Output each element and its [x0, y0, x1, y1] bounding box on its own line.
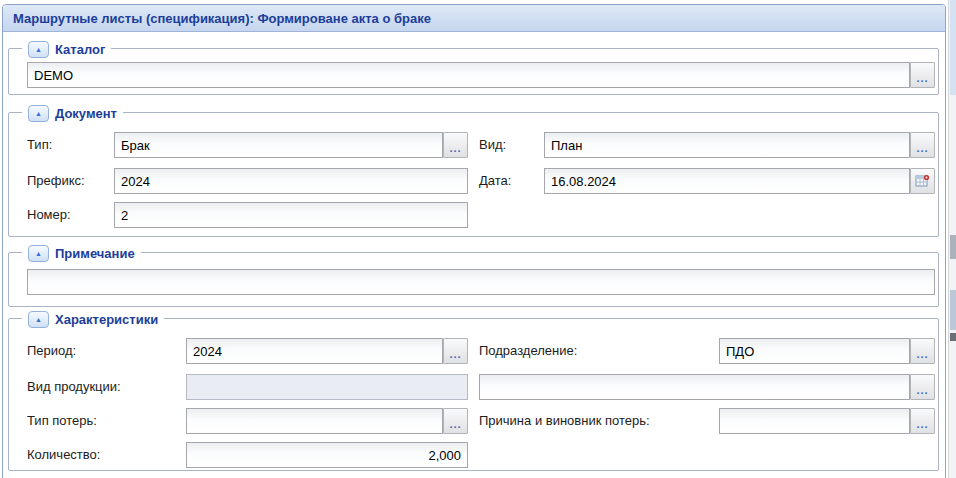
group-note: ▲ Примечание: [8, 252, 939, 307]
catalog-input[interactable]: [27, 62, 910, 88]
type-editor: ...: [114, 132, 468, 158]
window-title: Маршрутные листы (спецификация): Формиро…: [3, 5, 945, 32]
group-catalog-legend: ▲ Каталог: [22, 39, 111, 59]
calendar-icon: [915, 174, 930, 188]
right-scrollbar-strip[interactable]: [948, 0, 956, 478]
catalog-row: ...: [27, 62, 935, 88]
ellipsis-icon: ...: [916, 137, 928, 154]
group-characteristics-legend: ▲ Характеристики: [22, 309, 164, 329]
number-editor: [114, 202, 468, 228]
document-row-2: Префикс: Дата:: [27, 168, 935, 194]
period-label: Период:: [27, 338, 186, 364]
product-name-lookup-button[interactable]: ...: [910, 374, 935, 400]
group-catalog-title: Каталог: [55, 42, 105, 57]
collapse-icon[interactable]: ▲: [28, 245, 49, 262]
prefix-input[interactable]: [114, 168, 468, 194]
group-characteristics-title: Характеристики: [55, 312, 158, 327]
collapse-icon[interactable]: ▲: [28, 311, 49, 328]
loss-reason-lookup-button[interactable]: ...: [910, 408, 935, 434]
quantity-input[interactable]: [186, 442, 468, 468]
date-label: Дата:: [479, 168, 544, 194]
loss-type-editor: ...: [186, 408, 468, 434]
group-note-legend: ▲ Примечание: [22, 243, 141, 263]
ellipsis-icon: ...: [449, 413, 461, 430]
date-input[interactable]: [544, 168, 910, 194]
scrollbar-segment: [950, 290, 956, 330]
group-note-title: Примечание: [55, 246, 135, 261]
product-name-editor: ...: [479, 374, 935, 400]
prefix-editor: [114, 168, 468, 194]
document-row-1: Тип: ... Вид: ...: [27, 132, 935, 158]
scrollbar-thumb[interactable]: [950, 235, 956, 259]
group-document: ▲ Документ Тип: ... Вид: ... Префикс:: [8, 112, 939, 237]
scrollbar-marker: [950, 333, 956, 341]
ellipsis-icon: ...: [916, 413, 928, 430]
document-row-3: Номер:: [27, 202, 935, 228]
group-characteristics: ▲ Характеристики Период: ... Подразделен…: [8, 318, 939, 471]
date-editor: [544, 168, 935, 194]
collapse-icon[interactable]: ▲: [28, 105, 49, 122]
period-lookup-button[interactable]: ...: [443, 338, 468, 364]
kind-input[interactable]: [544, 132, 910, 158]
group-document-legend: ▲ Документ: [22, 103, 123, 123]
group-document-title: Документ: [55, 106, 117, 121]
note-input[interactable]: [27, 269, 935, 295]
kind-lookup-button[interactable]: ...: [910, 132, 935, 158]
quantity-editor: [186, 442, 468, 468]
type-label: Тип:: [27, 132, 114, 158]
product-name-input[interactable]: [479, 374, 910, 400]
ellipsis-icon: ...: [916, 343, 928, 360]
kind-label: Вид:: [479, 132, 544, 158]
product-kind-input: [186, 374, 468, 400]
number-label: Номер:: [27, 202, 114, 228]
catalog-lookup-button[interactable]: ...: [910, 62, 935, 88]
loss-reason-editor: ...: [719, 408, 935, 434]
collapse-icon[interactable]: ▲: [28, 41, 49, 58]
product-kind-editor: [186, 374, 468, 400]
department-editor: ...: [719, 338, 935, 364]
ellipsis-icon: ...: [916, 379, 928, 396]
group-catalog: ▲ Каталог ...: [8, 48, 939, 95]
loss-type-label: Тип потерь:: [27, 408, 186, 434]
department-input[interactable]: [719, 338, 910, 364]
characteristics-row-4: Количество:: [27, 442, 935, 468]
department-label: Подразделение:: [479, 338, 719, 364]
date-picker-button[interactable]: [910, 168, 935, 194]
form-window: Маршрутные листы (спецификация): Формиро…: [2, 4, 946, 478]
prefix-label: Префикс:: [27, 168, 114, 194]
scrollbar-segment: [950, 0, 956, 95]
characteristics-row-2: Вид продукции: ...: [27, 374, 935, 400]
ellipsis-icon: ...: [916, 67, 928, 84]
loss-reason-input[interactable]: [719, 408, 910, 434]
kind-editor: ...: [544, 132, 935, 158]
loss-type-input[interactable]: [186, 408, 443, 434]
ellipsis-icon: ...: [449, 343, 461, 360]
characteristics-row-1: Период: ... Подразделение: ...: [27, 338, 935, 364]
type-lookup-button[interactable]: ...: [443, 132, 468, 158]
type-input[interactable]: [114, 132, 443, 158]
catalog-editor: ...: [27, 62, 935, 88]
quantity-label: Количество:: [27, 442, 186, 468]
product-kind-label: Вид продукции:: [27, 374, 186, 400]
ellipsis-icon: ...: [449, 137, 461, 154]
period-input[interactable]: [186, 338, 443, 364]
characteristics-row-3: Тип потерь: ... Причина и виновник потер…: [27, 408, 935, 434]
loss-type-lookup-button[interactable]: ...: [443, 408, 468, 434]
period-editor: ...: [186, 338, 468, 364]
department-lookup-button[interactable]: ...: [910, 338, 935, 364]
loss-reason-label: Причина и виновник потерь:: [479, 408, 719, 434]
number-input[interactable]: [114, 202, 468, 228]
note-editor: [27, 269, 935, 295]
note-row: [27, 269, 935, 295]
